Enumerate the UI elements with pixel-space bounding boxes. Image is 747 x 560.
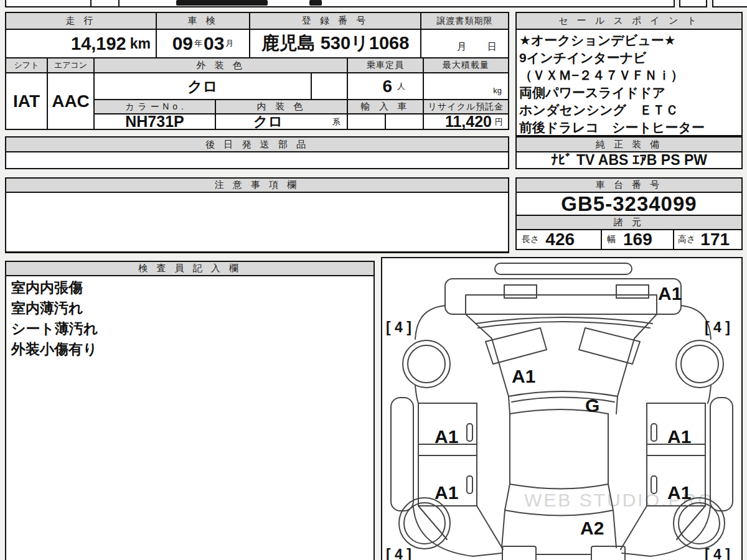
color-no-value: NH731P — [125, 113, 184, 131]
color-no-value-cell: NH731P — [93, 113, 216, 130]
registration-header: 登 録 番 号 — [249, 12, 421, 30]
mark-door-fl-a1: A1 — [435, 426, 458, 447]
windshield-pane-right — [579, 328, 640, 364]
sales-point-line: ★オークションデビュー★ — [519, 32, 676, 49]
transfer-docs-value-cell: 月 日 — [420, 29, 509, 58]
inspector-note-line: 外装小傷有り — [11, 339, 98, 360]
chassis-no-value: GB5-3234099 — [561, 192, 697, 216]
exterior-color-value-cell: クロ — [93, 72, 312, 100]
sill-right-shape — [710, 398, 733, 511]
aircon-value-cell: AAC — [47, 72, 95, 130]
door-handle-rl — [467, 476, 472, 493]
color-no-label: カ ラ ー N o . — [125, 101, 184, 113]
exterior-color-label: 外 装 色 — [196, 60, 245, 72]
top-cutoff-row — [5, 0, 675, 7]
spec-height-label: 高さ — [678, 234, 695, 245]
capacity-value-cell: 6 人 — [347, 72, 424, 100]
max-load-label: 最大積載量 — [443, 60, 489, 71]
oem-equipment-value-cell: ﾅﾋﾞ TV ABS ｴｱB PS PW — [515, 151, 743, 169]
roof-bottom-curve — [510, 484, 608, 489]
windshield-arc — [478, 322, 650, 328]
rear-window-curve — [505, 510, 613, 516]
max-load-value-cell: kg — [423, 72, 509, 100]
recycle-unit: 円 — [495, 116, 503, 128]
spec-width-label: 幅 — [607, 234, 616, 245]
cutoff-text-fragment — [176, 0, 268, 6]
chassis-no-label: 車 台 番 号 — [596, 179, 663, 191]
divider — [90, 0, 92, 6]
windshield-pane-left — [486, 328, 547, 364]
sill-left-shape — [391, 398, 413, 511]
fender-front-left — [415, 306, 445, 339]
interior-color-value: クロ — [253, 112, 283, 131]
chassis-no-header: 車 台 番 号 — [515, 177, 743, 193]
transfer-day-unit: 日 — [487, 41, 497, 53]
mark-front-a1: A1 — [658, 283, 682, 304]
hood-bottom-curve — [509, 391, 618, 396]
mark-door-rl-a1: A1 — [435, 482, 458, 503]
front-light-right-shape — [616, 285, 649, 298]
tailgate-side-left — [502, 510, 505, 548]
registration-label: 登 録 番 号 — [302, 15, 369, 27]
exterior-color-header: 外 装 色 — [93, 57, 348, 73]
caution-header: 注 意 事 項 欄 — [5, 177, 509, 193]
registration-value: 鹿児島 530リ1068 — [261, 31, 410, 56]
inspector-notes-header: 検 査 員 記 入 欄 — [5, 261, 375, 276]
sales-points-header: セ ー ル ス ポ イ ン ト — [515, 12, 743, 30]
interior-color-suffix: 系 — [332, 116, 347, 128]
capacity-value: 6 — [382, 77, 392, 96]
shaken-year: 09 — [172, 33, 193, 54]
sales-points-label: セ ー ル ス ポ イ ン ト — [558, 15, 700, 27]
top-cutoff-cell — [712, 0, 747, 7]
spec-width-cell: 幅 169 — [601, 229, 674, 250]
sales-point-line: 9インチインターナビ — [519, 49, 647, 67]
mark-glass-g: G — [585, 395, 599, 416]
import-label: 輸 入 車 — [361, 101, 410, 113]
specs-header: 諸 元 — [515, 215, 743, 230]
recycle-label: リサイクル預託金 — [428, 101, 504, 113]
mark-hood-a1: A1 — [512, 366, 535, 386]
shaken-month: 03 — [204, 33, 224, 54]
aircon-header: エアコン — [47, 57, 95, 73]
sales-points-body: ★オークションデビュー★ 9インチインターナビ （ＶＸＭ−２４７ＶＦＮｉ） 両側… — [515, 29, 743, 136]
aircon-label: エアコン — [54, 60, 87, 71]
interior-color-label: 内 装 色 — [257, 101, 306, 113]
capacity-header: 乗車定員 — [347, 57, 424, 73]
shaken-value-cell: 09 年 03 月 — [156, 29, 250, 58]
oem-equipment-label: 純 正 装 備 — [596, 139, 663, 151]
top-cutoff-cell — [679, 0, 707, 7]
transfer-docs-header: 譲渡書類期限 — [420, 12, 509, 30]
shaken-year-unit: 年 — [194, 38, 202, 49]
import-header: 輸 入 車 — [347, 99, 424, 114]
mileage-unit: km — [130, 35, 151, 52]
registration-value-cell: 鹿児島 530リ1068 — [249, 29, 421, 58]
front-left-tire — [403, 340, 450, 388]
spec-length-cell: 長さ 426 — [515, 229, 602, 250]
later-parts-value-cell — [5, 151, 509, 169]
exterior-color-extra-cell — [311, 72, 348, 100]
mileage-value: 14,192 — [71, 34, 126, 54]
chassis-no-value-cell: GB5-3234099 — [515, 192, 743, 216]
door-handle-fl — [467, 424, 472, 441]
spec-length-value: 426 — [545, 230, 575, 250]
sales-point-line: 両側パワースライドドア — [519, 84, 665, 101]
shift-value-cell: IAT — [5, 72, 48, 130]
tire-tread-rl: [ 4 ] — [386, 546, 411, 560]
oem-equipment-header: 純 正 装 備 — [515, 136, 743, 152]
sales-point-line: （ＶＸＭ−２４７ＶＦＮｉ） — [519, 67, 684, 84]
shaken-header: 車 検 — [156, 12, 250, 30]
front-right-tire — [676, 340, 723, 388]
car-top-view-diagram: A1 A1 G A1 A1 A1 A1 A2 [ 4 ] [ 4 ] [ 4 ]… — [382, 258, 741, 560]
auction-sheet: 走 行 車 検 登 録 番 号 譲渡書類期限 14,192 km 09 年 03… — [0, 0, 747, 560]
spec-height-value: 171 — [700, 230, 730, 250]
shift-header: シフト — [5, 57, 48, 73]
oem-equipment-value: ﾅﾋﾞ TV ABS ｴｱB PS PW — [551, 152, 707, 169]
caution-body — [5, 192, 509, 253]
inspector-notes-label: 検 査 員 記 入 欄 — [138, 263, 242, 274]
taillight-left-shape — [502, 546, 536, 560]
capacity-label: 乗車定員 — [367, 60, 404, 71]
inspector-notes-body: 室内内張傷 室内薄汚れ シート薄汚れ 外装小傷有り — [5, 275, 375, 560]
front-light-left-shape — [504, 285, 537, 298]
door-handle-rr — [651, 476, 657, 493]
damage-diagram-box: WEB STUDIO.PRO — [381, 257, 743, 560]
